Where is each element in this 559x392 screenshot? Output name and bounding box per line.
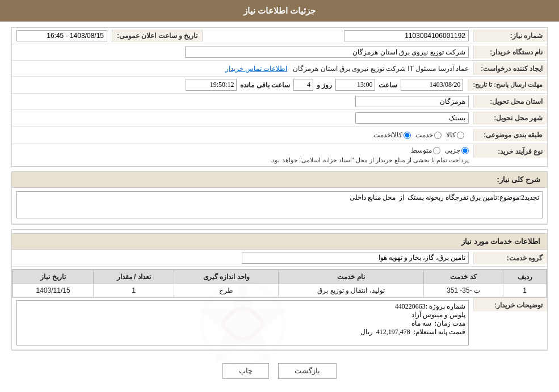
back-button[interactable]: بازگشت [278,363,337,379]
process-radio-medium[interactable] [433,147,440,154]
contact-link[interactable]: اطلاعات تماس خریدار [225,65,288,73]
deadline-time-input[interactable] [335,79,375,91]
process-value: جزیی متوسط پرداخت تمام یا بخشی از مبلغ خ… [12,144,473,166]
cell-date: 1403/11/15 [13,284,94,297]
category-label: طبقه بندی موضوعی: [473,129,547,141]
announce-date-input[interactable] [16,30,107,41]
cell-row: 1 [503,284,547,297]
announce-label: تاریخ و ساعت اعلان عمومی: [112,29,203,42]
button-row: بازگشت چاپ [11,355,548,387]
city-value [12,110,473,126]
category-radio-service[interactable] [434,132,442,139]
service-group-value [12,250,473,266]
row-creator: ایجاد کننده درخواست: عماد آدرسا مسئول IT… [12,61,547,77]
category-radio-goods[interactable] [457,132,464,139]
buyer-desc-row: توضیحات خریدار: شماره پروژه :440220663 پ… [12,298,547,350]
service-section: اطلاعات خدمات مورد نیاز گروه خدمت: ردیف … [11,229,548,351]
deadline-value: ساعت روز و ساعت باقی مانده [12,77,468,93]
print-button[interactable]: چاپ [222,363,269,379]
city-input[interactable] [355,112,469,124]
description-row: تجدید2:موضوع:تامین برق تفرجگاه ریخونه بس… [12,188,547,224]
category-service-label: خدمت [415,131,433,139]
main-form: شماره نیاز: تاریخ و ساعت اعلان عمومی: نا… [11,27,548,167]
province-input[interactable] [355,96,469,107]
buyer-desc-label: توضیحات خریدار: [473,298,547,311]
page-header: جزئیات اطلاعات نیاز [0,0,559,22]
process-radio-partial[interactable] [461,147,469,154]
deadline-date-input[interactable] [401,79,463,91]
buyer-org-input[interactable] [185,47,469,58]
process-label: نوع فرآیند خرید: [473,144,547,158]
service-group-row: گروه خدمت: [12,250,547,267]
service-table-section: ردیف کد خدمت نام خدمت واحد اندازه گیری ت… [12,269,547,298]
cell-quantity: 1 [94,284,174,297]
process-note: پرداخت تمام یا بخشی از مبلغ خریدار از مح… [16,157,469,164]
row-buyer-org: نام دستگاه خریدار: [12,44,547,61]
category-both-label: کالا/خدمت [373,131,402,139]
table-row: 1 ت -35- 351 تولید، انتقال و توزیع برق ط… [13,284,547,297]
col-date: تاریخ نیاز [13,270,94,284]
deadline-days-label: روز و [317,81,332,89]
deadline-days-input[interactable] [293,79,313,91]
col-quantity: تعداد / مقدار [94,270,174,284]
category-radio-group: کالا خدمت کالا/خدمت [16,129,469,141]
province-value [12,94,473,109]
announce-date-cell [12,28,112,44]
cell-name: تولید، انتقال و توزیع برق [279,284,424,297]
service-group-input[interactable] [242,252,469,264]
category-option-goods[interactable]: کالا [446,131,464,139]
buyer-desc-textarea[interactable]: شماره پروژه :440220663 پلوس و مینوس آزاد… [16,300,469,345]
row-need-number: شماره نیاز: تاریخ و ساعت اعلان عمومی: [12,28,547,44]
row-category: طبقه بندی موضوعی: کالا خدمت [12,127,547,144]
buyer-org-label: نام دستگاه خریدار: [473,46,547,58]
buyer-org-value [12,44,473,60]
province-label: استان محل تحویل: [473,95,547,108]
deadline-remaining-input[interactable] [186,79,237,91]
row-process: نوع فرآیند خرید: جزیی متوسط پرداخت تمام … [12,144,547,166]
need-number-input[interactable] [344,30,469,41]
cell-unit: طرح [174,284,279,297]
description-section-title: شرح کلی نیاز: [12,172,547,188]
col-code: کد خدمت [423,270,503,284]
page-title: جزئیات اطلاعات نیاز [243,6,316,15]
row-deadline: مهلت ارسال پاسخ: تا تاریخ: ساعت روز و سا… [12,77,547,94]
description-section: شرح کلی نیاز: تجدید2:موضوع:تامین برق تفر… [11,171,548,225]
main-content: شماره نیاز: تاریخ و ساعت اعلان عمومی: نا… [0,22,559,392]
category-option-both[interactable]: کالا/خدمت [373,131,411,139]
deadline-time-label: ساعت [379,81,397,89]
row-city: شهر محل تحویل: [12,110,547,127]
category-radio-both[interactable] [404,132,411,139]
deadline-remaining-label: ساعت باقی مانده [240,81,290,89]
need-description-textarea[interactable]: تجدید2:موضوع:تامین برق تفرجگاه ریخونه بس… [16,191,543,218]
category-goods-label: کالا [446,131,456,139]
col-row: ردیف [503,270,547,284]
process-medium-label: متوسط [411,146,432,154]
deadline-label: مهلت ارسال پاسخ: تا تاریخ: [468,79,547,91]
creator-label: ایجاد کننده درخواست: [473,62,547,75]
table-header-row: ردیف کد خدمت نام خدمت واحد اندازه گیری ت… [13,270,547,284]
service-section-title: اطلاعات خدمات مورد نیاز [12,233,547,250]
description-value: تجدید2:موضوع:تامین برق تفرجگاه ریخونه بس… [12,188,547,224]
process-option-partial[interactable]: جزیی [445,146,469,154]
need-number-value [203,28,473,44]
row-province: استان محل تحویل: [12,94,547,110]
creator-text: عماد آدرسا مسئول IT شرکت توزیع نیروی برق… [293,65,469,73]
creator-value: عماد آدرسا مسئول IT شرکت توزیع نیروی برق… [12,62,473,75]
process-radio-group: جزیی متوسط [16,146,469,154]
process-partial-label: جزیی [445,146,460,154]
buyer-desc-value: شماره پروژه :440220663 پلوس و مینوس آزاد… [12,298,473,349]
process-option-medium[interactable]: متوسط [411,146,440,154]
service-title-text: اطلاعات خدمات مورد نیاز [461,237,540,246]
service-table: ردیف کد خدمت نام خدمت واحد اندازه گیری ت… [12,269,547,297]
col-unit: واحد اندازه گیری [174,270,279,284]
cell-code: ت -35- 351 [423,284,503,297]
page-wrapper: جزئیات اطلاعات نیاز شماره نیاز: تاریخ و … [0,0,559,392]
need-number-label: شماره نیاز: [473,29,547,42]
service-group-label: گروه خدمت: [473,252,547,264]
description-title-text: شرح کلی نیاز: [497,175,540,184]
category-value: کالا خدمت کالا/خدمت [12,127,473,144]
category-option-service[interactable]: خدمت [415,131,442,139]
city-label: شهر محل تحویل: [473,112,547,124]
col-name: نام خدمت [279,270,424,284]
